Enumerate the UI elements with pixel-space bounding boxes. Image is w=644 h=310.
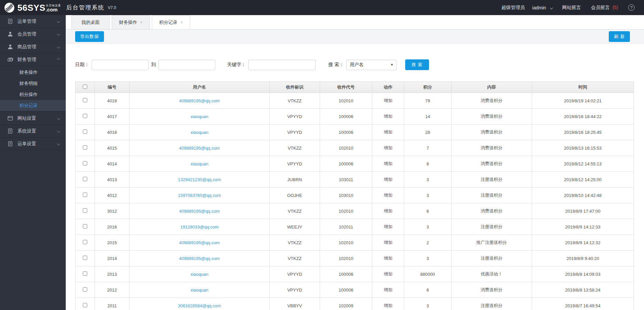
username-link[interactable]: xiaoquan (191, 161, 208, 166)
tab-finance-ops[interactable]: 财务操作 × (112, 15, 150, 29)
cell-time: 2019/8/16 18:25:45 (532, 124, 634, 140)
row-checkbox[interactable] (83, 287, 87, 292)
row-checkbox[interactable] (83, 161, 87, 165)
row-checkbox[interactable] (83, 98, 87, 102)
row-checkbox[interactable] (83, 208, 87, 213)
cell-points: 6 (404, 203, 451, 219)
row-checkbox[interactable] (83, 145, 87, 150)
sidebar-item-website-settings[interactable]: 网站设置 (0, 112, 66, 125)
row-checkbox[interactable] (83, 130, 87, 134)
refresh-button[interactable]: 刷 新 (609, 31, 630, 42)
keyword-label: 关键字： (227, 62, 246, 68)
search-field-select[interactable]: 用户名 ▼ (346, 60, 396, 70)
username-link[interactable]: 409889195@qq.com (179, 240, 220, 245)
cell-id: 4015 (95, 140, 129, 156)
member-messages-link[interactable]: 会员留言 (5) (591, 5, 618, 11)
sidebar-subitem-points-records[interactable]: 积分记录 (0, 100, 66, 111)
cell-recipient-mark: VTKZZ (270, 140, 320, 156)
row-checkbox[interactable] (83, 114, 87, 118)
sidebar-item-label: 网站设置 (17, 115, 36, 121)
cell-time: 2019/8/13 16:15:53 (532, 140, 634, 156)
username-link[interactable]: 1597063760@qq.com (178, 193, 221, 198)
cell-username: xiaoquan (129, 156, 270, 172)
keyword-input[interactable] (248, 60, 316, 70)
app-version: V7.0 (108, 5, 116, 10)
username-link[interactable]: 409889195@qq.com (179, 98, 220, 103)
cell-time: 2019/8/16 18:44:22 (532, 109, 634, 124)
cell-content: 消费送积分 (451, 282, 532, 298)
username-link[interactable]: xiaoquan (191, 272, 208, 277)
row-checkbox[interactable] (83, 224, 87, 228)
tab-points-records[interactable]: 积分记录 × (152, 15, 190, 29)
cell-recipient-mark: VPYYD (270, 156, 320, 172)
table-row: 2016 19128033@qq.com WEEJY 102011 增加 3 注… (75, 219, 634, 235)
username-link[interactable]: 409889195@qq.com (179, 209, 220, 214)
cell-time: 2019/8/12 14:25:00 (532, 172, 634, 188)
cell-action: 增加 (372, 203, 404, 219)
cell-points: 79 (404, 93, 451, 109)
user-menu[interactable]: iadmin (532, 5, 552, 10)
cell-id: 3012 (95, 203, 129, 219)
chevron-up-icon (57, 58, 60, 61)
username-link[interactable]: 3061628584@qq.com (178, 303, 221, 308)
export-data-button[interactable]: 导出数据 (75, 31, 104, 42)
cell-recipient-code: 102010 (320, 203, 372, 219)
cell-time: 2019/8/9 9:40:20 (532, 251, 634, 266)
cell-time: 2019/8/19 14:02:21 (532, 93, 634, 109)
row-checkbox[interactable] (83, 193, 87, 197)
sidebar-subitem-finance-ops[interactable]: 财务操作 (0, 67, 66, 78)
row-checkbox[interactable] (83, 303, 87, 307)
col-header-id: 编号 (95, 82, 129, 93)
cell-username: xiaoquan (129, 124, 270, 140)
cell-time: 2019/8/8 13:58:24 (532, 282, 634, 298)
col-header-content: 内容 (451, 82, 532, 93)
sidebar-item-finance-mgmt[interactable]: 财务管理 (0, 53, 66, 66)
help-icon[interactable]: ? (628, 4, 635, 11)
col-header-action: 动作 (372, 82, 404, 93)
search-button[interactable]: 搜 索 (405, 59, 429, 70)
cell-points: 880000 (404, 266, 451, 282)
sidebar-subitem-points-ops[interactable]: 积分操作 (0, 89, 66, 100)
cell-recipient-code: 102009 (320, 298, 372, 310)
sidebar-item-label: 商品管理 (17, 44, 36, 50)
sidebar-subitem-finance-detail[interactable]: 财务明细 (0, 78, 66, 89)
select-value: 用户名 (350, 62, 364, 68)
row-checkbox[interactable] (83, 271, 87, 276)
username-link[interactable]: xiaoquan (191, 288, 208, 293)
username-link[interactable]: 409889195@qq.com (179, 146, 220, 151)
tab-my-desktop[interactable]: 我的桌面 (71, 15, 110, 29)
cell-recipient-code: 100006 (320, 266, 372, 282)
date-from-input[interactable] (92, 60, 149, 70)
username-link[interactable]: xiaoquan (191, 114, 208, 119)
row-checkbox[interactable] (83, 256, 87, 260)
cell-action: 增加 (372, 109, 404, 124)
site-messages-link[interactable]: 网站留言 (562, 5, 581, 11)
cell-id: 4014 (95, 156, 129, 172)
sidebar-item-member-mgmt[interactable]: 会员管理 (0, 28, 66, 41)
close-icon[interactable]: × (140, 20, 143, 24)
table-row: 4017 xiaoquan VPYYD 100006 增加 14 消费送积分 2… (75, 109, 634, 124)
cell-points: 6 (404, 282, 451, 298)
username-link[interactable]: 409889195@qq.com (179, 256, 220, 261)
sidebar-item-system-settings[interactable]: 系统设置 (0, 125, 66, 138)
row-checkbox[interactable] (83, 240, 87, 244)
cell-id: 4012 (95, 188, 129, 203)
username-link[interactable]: 1329421230@qq.com (178, 177, 221, 182)
website-browser-icon (7, 115, 13, 121)
sidebar-item-waybill-mgmt[interactable]: 运单管理 (0, 15, 66, 28)
close-icon[interactable]: × (180, 20, 183, 24)
username-link[interactable]: xiaoquan (191, 130, 208, 135)
row-checkbox[interactable] (83, 177, 87, 181)
message-count-badge: (5) (612, 5, 618, 10)
username-link[interactable]: 19128033@qq.com (180, 224, 219, 229)
select-all-checkbox[interactable] (83, 85, 87, 89)
cell-recipient-mark: VPYYD (270, 124, 320, 140)
cell-recipient-mark: VTKZZ (270, 251, 320, 266)
app-header: 56SYS 全景物流通 .com 后台管理系统 V7.0 超级管理员 iadmi… (0, 0, 644, 15)
date-to-input[interactable] (158, 60, 215, 70)
chevron-down-icon (550, 6, 553, 9)
sidebar-item-waybill-settings[interactable]: 运单设置 (0, 138, 66, 150)
sidebar-item-product-mgmt[interactable]: 商品管理 (0, 41, 66, 53)
cell-content: 消费送积分 (451, 109, 532, 124)
chevron-down-icon (57, 142, 60, 146)
